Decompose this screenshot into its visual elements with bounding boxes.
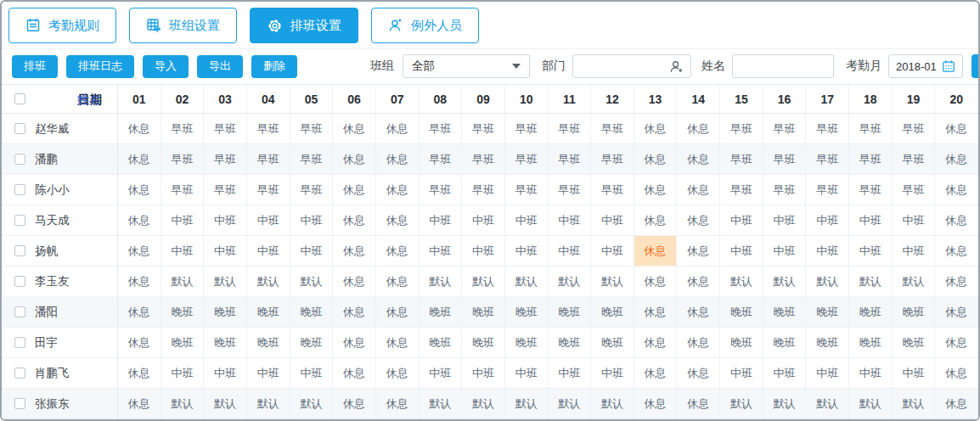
shift-cell[interactable]: 中班: [549, 205, 592, 235]
shift-cell[interactable]: 默认: [290, 267, 334, 296]
shift-cell[interactable]: 休息: [118, 389, 161, 418]
shift-cell[interactable]: 中班: [549, 236, 592, 266]
shift-cell[interactable]: 中班: [290, 205, 334, 235]
shift-cell[interactable]: 中班: [763, 358, 807, 388]
shift-cell[interactable]: 休息: [333, 389, 376, 418]
shift-cell[interactable]: 默认: [806, 267, 849, 296]
shift-cell[interactable]: 休息: [376, 144, 420, 174]
row-checkbox[interactable]: [14, 245, 25, 256]
shift-cell[interactable]: 休息: [677, 297, 720, 327]
shift-cell[interactable]: 早班: [849, 114, 893, 143]
shift-cell[interactable]: 晚班: [290, 297, 334, 327]
shift-cell[interactable]: 早班: [290, 175, 334, 205]
shift-cell[interactable]: 中班: [505, 205, 549, 235]
shift-cell[interactable]: 早班: [806, 175, 849, 205]
shift-cell[interactable]: 中班: [247, 205, 290, 235]
shift-cell[interactable]: 休息: [376, 114, 420, 143]
shift-cell[interactable]: 中班: [591, 236, 634, 266]
shift-cell[interactable]: 晚班: [893, 328, 936, 357]
shift-cell[interactable]: 休息: [333, 175, 376, 205]
shift-cell[interactable]: 晚班: [591, 328, 634, 357]
shift-cell[interactable]: 休息: [634, 175, 678, 205]
shift-cell[interactable]: 晚班: [549, 328, 592, 357]
shift-cell[interactable]: 休息: [376, 267, 420, 296]
shift-cell[interactable]: 默认: [505, 267, 549, 296]
shift-cell[interactable]: 早班: [763, 144, 807, 174]
shift-cell[interactable]: 晚班: [893, 297, 936, 327]
shift-cell[interactable]: 中班: [462, 236, 505, 266]
shift-cell[interactable]: 早班: [420, 175, 463, 205]
shift-cell[interactable]: 休息: [935, 267, 978, 296]
shift-cell[interactable]: 中班: [420, 358, 463, 388]
shift-cell[interactable]: 晚班: [247, 297, 290, 327]
shift-cell[interactable]: 中班: [893, 205, 936, 235]
shift-cell[interactable]: 中班: [505, 236, 549, 266]
shift-cell[interactable]: 早班: [849, 175, 893, 205]
shift-cell[interactable]: 休息: [634, 297, 678, 327]
row-checkbox[interactable]: [14, 276, 25, 287]
shift-cell[interactable]: 默认: [462, 267, 505, 296]
shift-cell[interactable]: 晚班: [763, 297, 807, 327]
shift-cell[interactable]: 休息: [677, 358, 720, 388]
shift-cell[interactable]: 休息: [677, 114, 720, 143]
row-checkbox[interactable]: [14, 123, 25, 134]
shift-cell[interactable]: 早班: [893, 114, 936, 143]
shift-cell[interactable]: 早班: [549, 175, 592, 205]
shift-cell[interactable]: 早班: [549, 114, 592, 143]
shift-cell[interactable]: 早班: [462, 175, 505, 205]
shift-cell[interactable]: 晚班: [549, 297, 592, 327]
shift-cell[interactable]: 晚班: [806, 328, 849, 357]
shift-cell[interactable]: 休息: [118, 236, 161, 266]
shift-cell[interactable]: 中班: [204, 358, 247, 388]
shift-cell[interactable]: 晚班: [462, 297, 505, 327]
shift-cell[interactable]: 中班: [893, 358, 936, 388]
shift-cell[interactable]: 晚班: [420, 297, 463, 327]
shift-cell[interactable]: 默认: [806, 389, 849, 418]
shift-cell[interactable]: 休息: [634, 328, 678, 357]
shift-cell[interactable]: 早班: [462, 114, 505, 143]
shift-cell[interactable]: 休息: [376, 175, 420, 205]
team-select[interactable]: 全部: [403, 54, 530, 78]
import-button[interactable]: 导入: [143, 55, 189, 78]
shift-cell[interactable]: 中班: [591, 205, 634, 235]
shift-cell[interactable]: 早班: [893, 175, 936, 205]
shift-cell[interactable]: 中班: [849, 236, 893, 266]
shift-cell[interactable]: 早班: [591, 144, 634, 174]
shift-cell[interactable]: 休息: [935, 389, 978, 418]
shift-cell[interactable]: 休息: [376, 205, 420, 235]
shift-cell[interactable]: 早班: [720, 114, 763, 143]
shift-cell[interactable]: 默认: [204, 389, 247, 418]
shift-cell[interactable]: 休息: [376, 358, 420, 388]
shift-cell[interactable]: 休息: [118, 114, 161, 143]
shift-cell[interactable]: 休息: [677, 175, 720, 205]
shift-cell[interactable]: 默认: [591, 267, 634, 296]
shift-cell[interactable]: 早班: [720, 175, 763, 205]
schedule-button[interactable]: 排班: [12, 55, 58, 78]
shift-cell[interactable]: 早班: [420, 114, 463, 143]
shift-cell[interactable]: 早班: [161, 175, 205, 205]
shift-cell[interactable]: 默认: [462, 389, 505, 418]
export-button[interactable]: 导出: [197, 55, 243, 78]
shift-cell[interactable]: 早班: [204, 114, 247, 143]
shift-cell[interactable]: 中班: [290, 358, 334, 388]
shift-cell[interactable]: 中班: [720, 236, 763, 266]
shift-cell[interactable]: 休息: [333, 236, 376, 266]
shift-cell[interactable]: 默认: [290, 389, 334, 418]
shift-cell[interactable]: 休息: [333, 267, 376, 296]
shift-cell[interactable]: 中班: [549, 358, 592, 388]
shift-cell[interactable]: 晚班: [591, 297, 634, 327]
shift-cell[interactable]: 默认: [849, 389, 893, 418]
month-picker[interactable]: 2018-01: [888, 54, 963, 78]
row-checkbox[interactable]: [14, 184, 25, 195]
shift-cell[interactable]: 早班: [763, 114, 807, 143]
shift-cell[interactable]: 中班: [462, 205, 505, 235]
shift-cell[interactable]: 早班: [806, 144, 849, 174]
shift-cell[interactable]: 中班: [806, 205, 849, 235]
shift-cell[interactable]: 休息: [333, 205, 376, 235]
shift-cell[interactable]: 中班: [806, 358, 849, 388]
shift-cell[interactable]: 休息: [376, 236, 420, 266]
shift-cell[interactable]: 休息: [118, 175, 161, 205]
shift-cell[interactable]: 休息: [118, 205, 161, 235]
shift-cell[interactable]: 休息: [677, 205, 720, 235]
shift-cell[interactable]: 晚班: [204, 297, 247, 327]
